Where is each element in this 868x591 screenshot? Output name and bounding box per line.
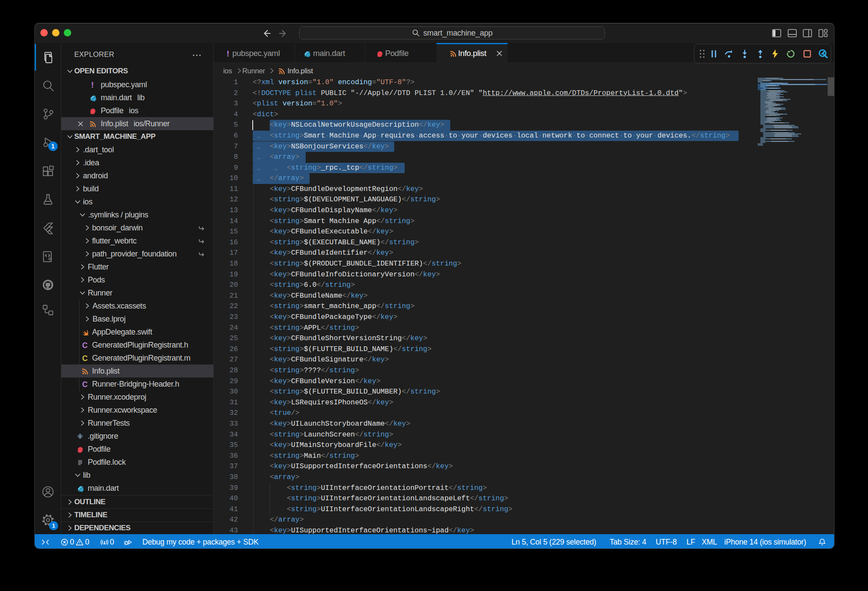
- svg-text:C: C: [82, 381, 88, 388]
- svg-text:!: !: [227, 50, 229, 57]
- svg-text:!: !: [91, 81, 94, 89]
- svg-text:C: C: [82, 355, 88, 362]
- svg-text:C: C: [82, 341, 88, 349]
